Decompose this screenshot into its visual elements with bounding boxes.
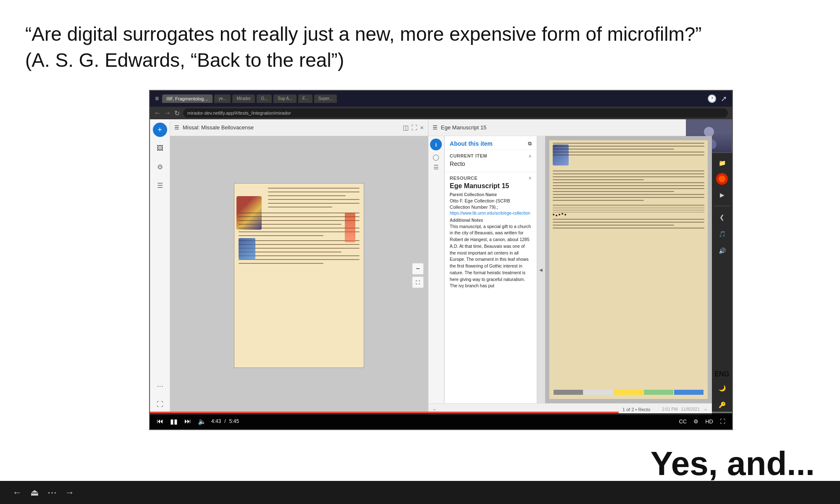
svg-point-0: [704, 127, 714, 137]
ege-panel-header: ☰ Ege Manuscript 15 ◫ ⛶ ×: [428, 119, 712, 136]
browser-tab-6[interactable]: F...: [298, 94, 312, 103]
right-lang-label: ENG: [715, 370, 730, 378]
missal-fullscreen-icon[interactable]: ⛶: [411, 124, 417, 131]
external-link-icon[interactable]: ⧉: [528, 141, 532, 147]
missal-fullscreen-btn[interactable]: ⛶: [412, 276, 424, 288]
missal-panel-header: ☰ Missal: Missale Bellovacense ◫ ⛶ ×: [170, 119, 428, 136]
video-container: ≡ IIIF, Fragmentology, and the Digital R…: [149, 90, 733, 430]
browser-tab-2[interactable]: ye...: [214, 94, 231, 103]
settings-icon[interactable]: ⚙: [153, 160, 167, 174]
expand-icon[interactable]: ⛶: [153, 397, 167, 412]
right-chrome: 🔍 ▣ 📁 ▶ ❮ 🎵 🔊 ENG 🌙 🔑: [712, 119, 732, 415]
mirador-left-sidebar: + 🖼 ⚙ ☰ ⋯ ⛶: [150, 119, 170, 415]
right-folder-icon[interactable]: 📁: [715, 156, 729, 170]
resource-title: Ege Manuscript 15: [450, 182, 532, 190]
fullscreen-button[interactable]: ⛶: [718, 417, 727, 425]
missal-menu-icon[interactable]: ☰: [174, 124, 179, 131]
missal-layout-icon[interactable]: ◫: [403, 124, 409, 131]
missal-zoom-controls: − ⛶: [412, 263, 424, 288]
pause-button[interactable]: ▮▮: [168, 417, 179, 426]
address-text: mirador-dev.netlify.app/#/tests_/integra…: [187, 110, 291, 116]
menu-icon[interactable]: ≡: [155, 95, 159, 102]
browser-tab-3[interactable]: Mirador: [232, 94, 255, 103]
add-window-button[interactable]: +: [153, 123, 167, 137]
resource-collapse[interactable]: ∧: [528, 176, 532, 180]
info-sidebar-panel: About this item ⧉ CURRENT ITEM ∧ Recto: [444, 136, 537, 403]
time-separator: /: [224, 418, 226, 424]
divider: [714, 206, 730, 206]
resource-header: RESOURCE ∧: [450, 176, 532, 181]
missal-zoom-out[interactable]: −: [412, 263, 424, 275]
browser-tab-7[interactable]: Super...: [314, 94, 337, 103]
time-total: 5:45: [229, 418, 239, 424]
current-item-header: CURRENT ITEM ∧: [450, 153, 532, 158]
right-brush-icon[interactable]: 🌙: [715, 381, 729, 395]
resource-label: RESOURCE: [450, 176, 478, 181]
nav-more-button[interactable]: ⋯: [47, 487, 57, 498]
gallery-icon[interactable]: 🖼: [153, 141, 167, 155]
volume-button[interactable]: 🔈: [196, 417, 208, 426]
parent-collection-label: Parent Collection Name: [450, 192, 532, 197]
right-key-icon[interactable]: 🔑: [715, 398, 729, 412]
captions-button[interactable]: CC: [677, 417, 688, 425]
tab-label-active: IIIF, Fragmentology, and the Digital Rem…: [166, 96, 213, 101]
back-nav-icon[interactable]: ←: [154, 109, 161, 117]
right-wave-icon[interactable]: 🎵: [715, 227, 729, 241]
nav-eject-button[interactable]: ⏏: [30, 487, 39, 498]
browser-title-bar: ≡ IIIF, Fragmentology, and the Digital R…: [150, 91, 732, 107]
quote-line1: “Are digital surrogates not really just …: [25, 21, 815, 47]
skip-back-button[interactable]: ⏮: [155, 417, 165, 426]
quote-area: “Are digital surrogates not really just …: [0, 0, 840, 86]
right-video-icon[interactable]: ▶: [715, 188, 729, 202]
parent-collection-link[interactable]: https://www.lib.umn.edu/scrb/ege-collect…: [450, 211, 532, 215]
ege-title: Ege Manuscript 15: [441, 124, 486, 131]
current-item-collapse[interactable]: ∧: [528, 154, 532, 158]
status-date: 11/8/2021: [681, 407, 700, 412]
settings-button[interactable]: ⚙: [692, 417, 700, 425]
address-bar[interactable]: mirador-dev.netlify.app/#/tests_/integra…: [183, 108, 728, 118]
ege-menu-icon[interactable]: ☰: [433, 124, 438, 131]
reload-icon[interactable]: ↻: [174, 109, 180, 117]
missal-manuscript-image: [234, 183, 364, 368]
status-bar-left-arrow[interactable]: ←: [433, 407, 437, 412]
ege-sidebar: i ◯ ☰: [428, 136, 444, 403]
layers-icon[interactable]: ☰: [153, 178, 167, 192]
missal-image-area: − ⛶: [170, 136, 428, 415]
title-bar-icons: 🕐 ➚: [707, 94, 727, 103]
right-collapse-icon[interactable]: ❮: [715, 210, 729, 224]
missal-close-icon[interactable]: ×: [420, 124, 424, 131]
missal-panel-icons: ◫ ⛶ ×: [403, 124, 424, 131]
panel-separator-arrow[interactable]: ◀: [537, 136, 545, 403]
browser-tab-active[interactable]: IIIF, Fragmentology, and the Digital Rem…: [162, 94, 213, 103]
additional-notes-label: Additional Notes: [450, 218, 532, 223]
about-this-item: About this item ⧉: [445, 136, 537, 150]
ege-image-area: [545, 136, 712, 403]
ege-layers-icon[interactable]: ☰: [433, 164, 439, 171]
nav-forward-button[interactable]: →: [65, 487, 74, 498]
browser-tab-5[interactable]: Sup A...: [273, 94, 297, 103]
status-page-info: 1 of 2 • Recto: [622, 407, 650, 412]
ege-text-content: [549, 140, 708, 233]
browser-tab-4[interactable]: O...: [257, 94, 272, 103]
missal-panel: ☰ Missal: Missale Bellovacense ◫ ⛶ ×: [170, 119, 428, 415]
status-right-arrow[interactable]: →: [703, 407, 708, 412]
right-volume-icon[interactable]: 🔊: [715, 244, 729, 257]
quote-line2: (A. S. G. Edwards, “Back to the real”): [25, 47, 815, 73]
current-item-section: CURRENT ITEM ∧ Recto: [445, 150, 537, 172]
resource-section: RESOURCE ∧ Ege Manuscript 15 Parent Coll…: [445, 172, 537, 293]
mirador-viewer: + 🖼 ⚙ ☰ ⋯ ⛶ ☰ Missal: Missale Bellovacen…: [150, 119, 732, 415]
ege-info-btn[interactable]: i: [430, 139, 442, 150]
hd-button[interactable]: HD: [704, 417, 715, 425]
forward-nav-icon[interactable]: →: [164, 109, 171, 117]
nav-back-button[interactable]: ←: [13, 487, 22, 498]
skip-forward-button[interactable]: ⏭: [183, 417, 193, 426]
parent-collection-value: Otto F. Ege Collection (SCRB Collection …: [450, 198, 532, 211]
bottom-text-label: Yes, and...: [651, 444, 815, 483]
ege-panel-container: ☰ Ege Manuscript 15 ◫ ⛶ × i ◯ ☰: [428, 119, 712, 415]
share-icon[interactable]: ➚: [721, 94, 727, 103]
ege-clock-icon[interactable]: ◯: [433, 154, 439, 160]
status-timestamp: 2:01 PM: [662, 407, 677, 412]
time-current: 4:43: [211, 418, 221, 424]
more-icon[interactable]: ⋯: [153, 379, 167, 393]
right-zoom-icon[interactable]: [716, 173, 728, 185]
